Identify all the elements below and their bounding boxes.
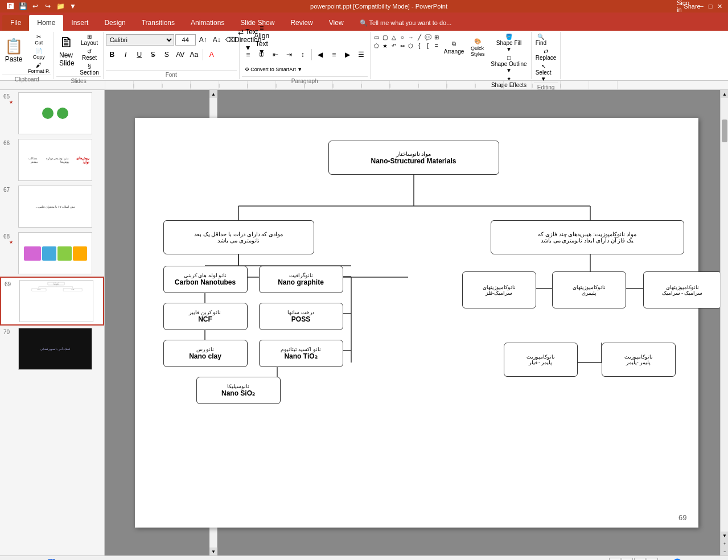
scroll-down-right-btn[interactable]: ▼	[721, 532, 728, 540]
brace-shape[interactable]: {	[416, 42, 423, 50]
align-left-btn[interactable]: ◀	[314, 49, 327, 60]
rect-shape[interactable]: ▭	[373, 33, 381, 41]
tab-view[interactable]: View	[321, 15, 352, 31]
bend-arrow[interactable]: ↶	[390, 42, 398, 50]
quick-access-toolbar[interactable]: 🅿 💾 ↩ ↪ 📁 ▼	[5, 1, 79, 12]
callout-shape[interactable]: 💬	[424, 33, 432, 41]
shadow-btn[interactable]: S	[161, 49, 173, 60]
scroll-down-btn[interactable]: ▼	[209, 547, 217, 555]
slide-item-66[interactable]: 66 روش‌های تولید متن توضیحی درباره روش‌ه…	[0, 137, 104, 183]
tab-design[interactable]: Design	[96, 15, 133, 31]
section-button[interactable]: § Section	[78, 63, 100, 76]
convert-smartart-btn[interactable]: ⚙ Convert to SmartArt ▼	[242, 64, 305, 75]
font-family-selector[interactable]: Calibri	[106, 34, 174, 46]
font-color-btn[interactable]: A	[205, 49, 218, 60]
italic-btn[interactable]: I	[120, 49, 132, 60]
qa-dropdown[interactable]: ▼	[67, 1, 79, 12]
open-btn[interactable]: 📁	[55, 1, 66, 12]
slide-sorter-btn[interactable]: ⊞	[622, 558, 633, 561]
bold-btn[interactable]: B	[106, 49, 118, 60]
tab-animations[interactable]: Animations	[183, 15, 232, 31]
tab-transitions[interactable]: Transitions	[134, 15, 183, 31]
shape-fill-button[interactable]: 🪣 Shape Fill ▼	[489, 33, 528, 53]
bullets-btn[interactable]: ≡	[242, 49, 254, 60]
slide-item-65[interactable]: 65 ★	[0, 90, 104, 137]
slide-item-70[interactable]: 70 اسلاید آخر با تصویر فضایی	[0, 326, 104, 372]
new-slide-button[interactable]: 🗎 NewSlide	[56, 33, 77, 67]
align-right-btn[interactable]: ▶	[342, 49, 354, 60]
tab-file[interactable]: File	[2, 15, 29, 31]
font-case-btn[interactable]: Aa	[188, 49, 200, 60]
increase-font-btn[interactable]: A↑	[197, 34, 209, 46]
normal-view-btn[interactable]: ⊡	[609, 558, 620, 561]
underline-btn[interactable]: U	[133, 49, 146, 60]
status-bar: Slide 69 of 70 ♿ English (United States)…	[0, 555, 728, 560]
reading-view-btn[interactable]: 📖	[634, 558, 645, 561]
share-btn[interactable]: Share	[688, 2, 696, 10]
scroll-up-btn[interactable]: ▲	[209, 90, 217, 98]
title-bar: 🅿 💾 ↩ ↪ 📁 ▼ powerpoint.ppt [Compatibilit…	[0, 0, 728, 13]
scroll-thumb-right[interactable]	[722, 120, 727, 142]
font-size-input[interactable]	[175, 34, 196, 46]
align-text-btn[interactable]: ≡ Align Text ▼	[256, 34, 268, 46]
round-rect-shape[interactable]: ▢	[381, 33, 389, 41]
tri-shape[interactable]: △	[390, 33, 398, 41]
more-shapes[interactable]: ⊞	[433, 33, 441, 41]
scroll-up-right-btn[interactable]: ▲	[721, 90, 728, 98]
minimize-btn[interactable]: ─	[697, 2, 705, 10]
decrease-indent-btn[interactable]: ⇤	[269, 49, 282, 60]
slide-thumb-69: نانوساختار Nano-Structured موادی که دارا…	[19, 280, 93, 322]
pentagon-shape[interactable]: ⬠	[373, 42, 381, 50]
char-spacing-btn[interactable]: AV	[174, 49, 187, 60]
save-btn[interactable]: 💾	[17, 1, 28, 12]
tab-tellme[interactable]: 🔍 Tell me what you want to do...	[352, 15, 460, 31]
tab-home[interactable]: Home	[29, 15, 63, 31]
undo-btn[interactable]: ↩	[30, 1, 41, 12]
quick-styles-button[interactable]: 🎨 QuickStyles	[467, 33, 488, 61]
zoom-out-btn[interactable]: −	[721, 547, 728, 555]
layout-button[interactable]: ⊞ Layout	[78, 33, 100, 47]
star-shape[interactable]: ★	[381, 42, 389, 50]
increase-indent-btn[interactable]: ⇥	[283, 49, 295, 60]
find-button[interactable]: 🔍 Find	[534, 33, 548, 47]
slide-item-67[interactable]: 67 متن اسلاید ۶۷ با محتوای علمی...	[0, 183, 104, 230]
double-arrow[interactable]: ⇔	[398, 42, 406, 50]
copy-button[interactable]: 📄 Copy	[26, 47, 51, 60]
tab-insert[interactable]: Insert	[63, 15, 96, 31]
reset-button[interactable]: ↺ Reset	[78, 48, 100, 61]
bracket-shape[interactable]: [	[424, 42, 432, 50]
strikethrough-btn[interactable]: S̶	[147, 49, 159, 60]
replace-button[interactable]: ⇄ Replace	[534, 48, 558, 61]
line-shape[interactable]: ╱	[416, 33, 423, 41]
text-direction-btn[interactable]: ⇄ Text Direction ▼	[242, 34, 254, 46]
format-painter-button[interactable]: 🖌 Format P.	[26, 61, 51, 75]
restore-btn[interactable]: □	[706, 2, 714, 10]
oval-shape[interactable]: ○	[398, 33, 406, 41]
align-center-btn[interactable]: ≡	[328, 49, 340, 60]
window-controls[interactable]: Sign in Share ─ □ ✕	[679, 2, 723, 10]
ribbon-group-font: Calibri A↑ A↓ ⌫ B I U S̶ S AV Aa A Font	[104, 32, 240, 79]
canvas-area[interactable]: ▲ ▼	[105, 90, 728, 555]
cut-button[interactable]: ✂ Cut	[26, 33, 51, 46]
arrow-shape[interactable]: →	[407, 33, 415, 41]
paste-button[interactable]: 📋 Paste	[2, 33, 25, 67]
eq-shape[interactable]: =	[433, 42, 441, 50]
shape-outline-button[interactable]: □ Shape Outline ▼	[489, 54, 528, 74]
select-button[interactable]: ↖ Select ▼	[534, 63, 553, 83]
cube-shape[interactable]: ⬡	[407, 42, 415, 50]
zoom-in-btn[interactable]: +	[721, 540, 728, 547]
redo-btn[interactable]: ↪	[42, 1, 54, 12]
arrange-button[interactable]: ⧉ Arrange	[442, 33, 467, 61]
justify-btn[interactable]: ☰	[355, 49, 368, 60]
box-ceramic-metal: نانوکامپوزیتهایسرامیک-فلز	[462, 271, 536, 308]
decrease-font-btn[interactable]: A↓	[211, 34, 223, 46]
slide-item-68[interactable]: 68 ★	[0, 230, 104, 277]
tab-review[interactable]: Review	[282, 15, 320, 31]
right-scrollbar[interactable]: ▲ ▼ + −	[720, 90, 728, 555]
ribbon-group-slides: 🗎 NewSlide ⊞ Layout ↺ Reset § Section Sl…	[54, 32, 103, 79]
slide-item-69[interactable]: 69 نانوساختار Nano-Structured موادی که د…	[0, 277, 104, 326]
line-spacing-btn[interactable]: ↕	[297, 49, 309, 60]
numbering-btn[interactable]: ①	[256, 49, 268, 60]
slideshow-btn[interactable]: ▶	[647, 558, 658, 561]
close-btn[interactable]: ✕	[715, 2, 723, 10]
